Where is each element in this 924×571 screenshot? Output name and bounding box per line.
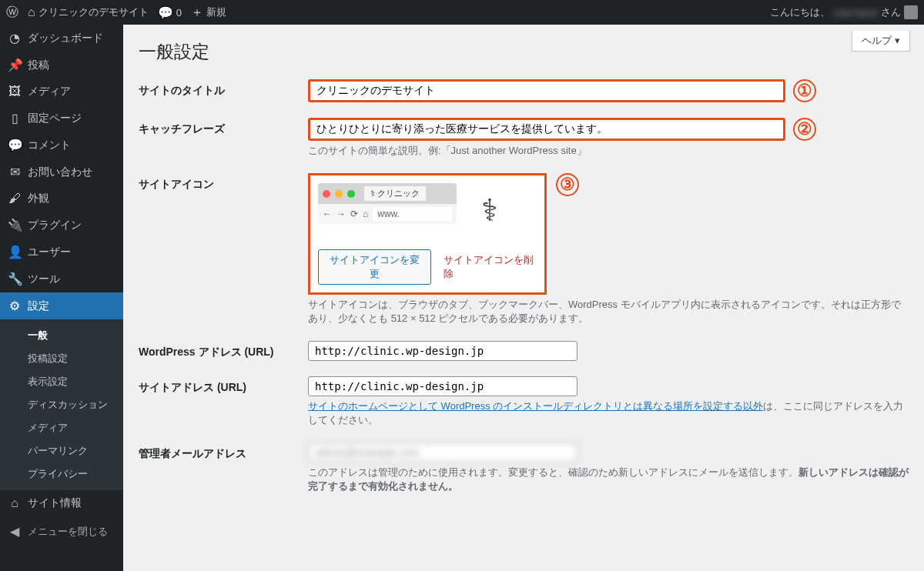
label-site-url: サイトアドレス (URL) — [139, 376, 308, 395]
mac-min-icon — [335, 190, 343, 198]
submenu-reading[interactable]: 表示設定 — [0, 370, 123, 393]
menu-posts[interactable]: 📌投稿 — [0, 52, 123, 78]
site-name: クリニックのデモサイト — [38, 5, 149, 19]
pin-icon: 📌 — [8, 58, 22, 72]
page-title: 一般設定 — [139, 40, 909, 64]
avatar-icon — [904, 5, 918, 19]
desc-admin-email: このアドレスは管理のために使用されます。変更すると、確認のため新しいアドレスにメ… — [308, 466, 909, 493]
submenu-writing[interactable]: 投稿設定 — [0, 347, 123, 370]
input-wp-url[interactable] — [308, 341, 578, 361]
menu-users[interactable]: 👤ユーザー — [0, 239, 123, 265]
site-icon-box: ⚕ クリニック ← → ⟳ ⌂ www. ⚕ — [308, 173, 547, 295]
submenu-privacy[interactable]: プライバシー — [0, 462, 123, 486]
comments-link[interactable]: 💬0 — [158, 5, 182, 20]
input-tagline[interactable] — [308, 118, 785, 141]
desc-tagline: このサイトの簡単な説明。例:「Just another WordPress si… — [308, 144, 909, 158]
menu-contact[interactable]: ✉お問い合わせ — [0, 159, 123, 185]
new-link[interactable]: ＋新規 — [191, 5, 226, 21]
mock-tab: ⚕ クリニック — [364, 186, 426, 201]
remove-icon-link[interactable]: サイトアイコンを削除 — [444, 253, 537, 281]
new-label: 新規 — [206, 5, 226, 19]
help-tab[interactable]: ヘルプ ▾ — [852, 31, 910, 52]
submenu-permalinks[interactable]: パーマリンク — [0, 439, 123, 462]
admin-bar: ⓦ ⌂クリニックのデモサイト 💬0 ＋新規 こんにちは、 username さん — [0, 0, 924, 25]
marker-1: ① — [793, 79, 816, 102]
label-wp-url: WordPress アドレス (URL) — [139, 341, 308, 359]
label-tagline: キャッチフレーズ — [139, 118, 308, 136]
marker-3: ③ — [556, 173, 579, 196]
comments-count: 0 — [176, 7, 182, 18]
san-text: さん — [881, 5, 901, 19]
marker-2: ② — [793, 118, 816, 141]
comment-icon: 💬 — [158, 5, 173, 20]
wp-logo[interactable]: ⓦ — [6, 5, 18, 21]
home-icon: ⌂ — [363, 209, 368, 219]
back-icon: ← — [323, 209, 332, 219]
page-icon: ▯ — [8, 111, 22, 125]
menu-media[interactable]: 🖾メディア — [0, 78, 123, 105]
menu-tools[interactable]: 🔧ツール — [0, 265, 123, 292]
menu-plugins[interactable]: 🔌プラグイン — [0, 212, 123, 239]
site-link[interactable]: ⌂クリニックのデモサイト — [28, 5, 149, 19]
greeting-text: こんにちは、 — [770, 5, 830, 19]
submenu-discussion[interactable]: ディスカッション — [0, 393, 123, 416]
desc-site-url: サイトのホームページとして WordPress のインストールディレクトリとは異… — [308, 399, 909, 427]
submenu-general[interactable]: 一般 — [0, 324, 123, 347]
mac-max-icon — [347, 190, 355, 198]
home-icon: ⌂ — [28, 5, 35, 19]
mail-icon: ✉ — [8, 165, 22, 179]
settings-submenu: 一般 投稿設定 表示設定 ディスカッション メディア パーマリンク プライバシー — [0, 319, 123, 490]
menu-pages[interactable]: ▯固定ページ — [0, 105, 123, 132]
input-site-url[interactable] — [308, 376, 578, 396]
home-icon: ⌂ — [8, 496, 22, 510]
menu-comments[interactable]: 💬コメント — [0, 132, 123, 159]
wordpress-icon: ⓦ — [6, 5, 18, 21]
comment-icon: 💬 — [8, 138, 22, 152]
input-site-title[interactable] — [308, 79, 785, 102]
plus-icon: ＋ — [191, 5, 203, 21]
username-blurred: username — [833, 7, 878, 18]
browser-mock: ⚕ クリニック ← → ⟳ ⌂ www. — [318, 183, 457, 224]
user-greeting[interactable]: こんにちは、 username さん — [770, 5, 918, 19]
site-url-help-link[interactable]: サイトのホームページとして WordPress のインストールディレクトリとは異… — [308, 400, 763, 412]
favicon-preview: ⚕ — [463, 183, 517, 237]
collapse-icon: ◀ — [8, 524, 22, 539]
input-admin-email[interactable] — [308, 442, 578, 462]
label-site-title: サイトのタイトル — [139, 79, 308, 98]
mock-url: www. — [373, 207, 452, 221]
label-site-icon: サイトアイコン — [139, 173, 308, 192]
submenu-media[interactable]: メディア — [0, 416, 123, 439]
label-admin-email: 管理者メールアドレス — [139, 442, 308, 461]
change-icon-button[interactable]: サイトアイコンを変更 — [318, 249, 431, 285]
plugin-icon: 🔌 — [8, 218, 22, 232]
admin-sidebar: ◔ダッシュボード 📌投稿 🖾メディア ▯固定ページ 💬コメント ✉お問い合わせ … — [0, 25, 123, 571]
menu-appearance[interactable]: 🖌外観 — [0, 185, 123, 212]
reload-icon: ⟳ — [350, 209, 358, 219]
slider-icon: ⚙ — [8, 299, 22, 313]
dashboard-icon: ◔ — [8, 31, 22, 45]
brush-icon: 🖌 — [8, 192, 22, 205]
media-icon: 🖾 — [8, 85, 22, 99]
menu-site-info[interactable]: ⌂サイト情報 — [0, 490, 123, 516]
main-content: ヘルプ ▾ 一般設定 サイトのタイトル ① キャッチフレーズ ② このサイトの簡… — [123, 25, 924, 571]
desc-site-icon: サイトアイコンは、ブラウザのタブ、ブックマークバー、WordPress モバイル… — [308, 298, 909, 326]
wrench-icon: 🔧 — [8, 272, 22, 286]
user-icon: 👤 — [8, 245, 22, 259]
mac-close-icon — [323, 190, 330, 198]
forward-icon: → — [336, 209, 346, 219]
collapse-menu[interactable]: ◀メニューを閉じる — [0, 516, 123, 546]
menu-settings[interactable]: ⚙設定 — [0, 292, 123, 319]
menu-dashboard[interactable]: ◔ダッシュボード — [0, 25, 123, 52]
